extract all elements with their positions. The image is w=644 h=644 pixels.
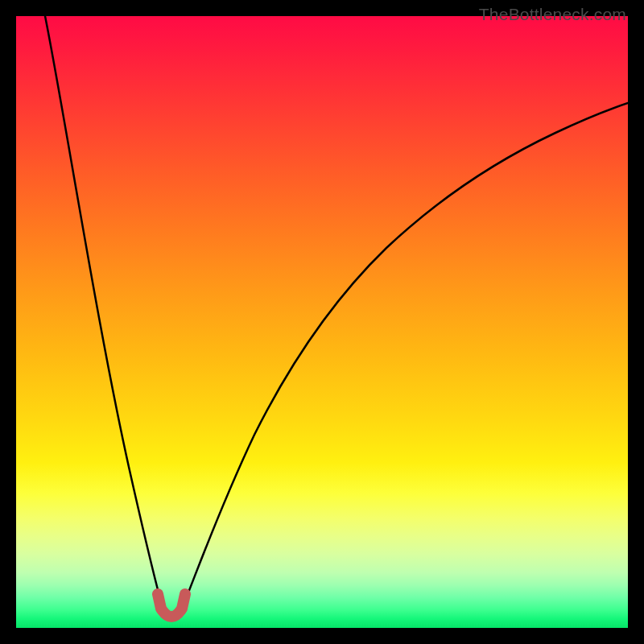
chart-frame bbox=[16, 16, 628, 628]
chart-svg bbox=[16, 16, 628, 628]
curve-left-branch bbox=[45, 16, 169, 619]
curve-right-branch bbox=[174, 103, 628, 619]
watermark-text: TheBottleneck.com bbox=[479, 5, 626, 24]
minimum-highlight bbox=[158, 594, 185, 617]
